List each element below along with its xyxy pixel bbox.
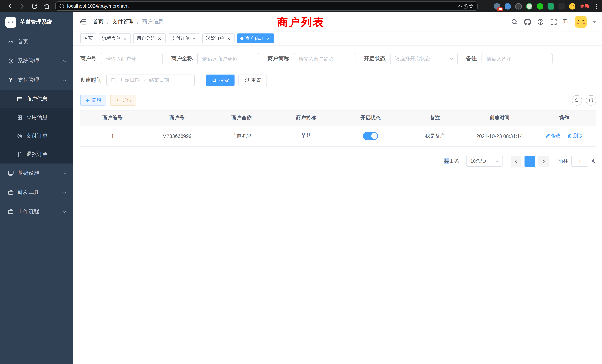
breadcrumb-separator: / (107, 19, 109, 25)
sidebar-item-infra[interactable]: 基础设施 (0, 163, 73, 183)
close-icon[interactable]: × (157, 36, 162, 41)
export-button[interactable]: 导出 (110, 95, 136, 106)
prev-page-button[interactable] (511, 156, 521, 167)
share-icon[interactable] (463, 3, 468, 9)
chevron-down-icon (63, 59, 67, 63)
url-text[interactable]: localhost:1024/pay/merchant (67, 3, 458, 9)
merchant-table: 商户编号 商户号 商户全称 商户简称 开启状态 备注 创建时间 操作 1 (80, 110, 596, 147)
close-icon[interactable]: × (266, 36, 271, 41)
tab-user-group[interactable]: 用户分组× (133, 33, 165, 43)
sidebar-item-system[interactable]: 系统管理 (0, 52, 73, 71)
sidebar-item-pay-order[interactable]: 支付订单 (0, 127, 73, 145)
browser-profile-avatar[interactable] (569, 3, 576, 10)
sidebar-item-app-info[interactable]: 应用信息 (0, 108, 73, 127)
key-icon[interactable] (458, 3, 463, 9)
next-page-button[interactable] (538, 156, 549, 167)
main: 首页 / 支付管理 / 商户信息 商户列表 TT (73, 12, 602, 364)
breadcrumb: 首页 / 支付管理 / 商户信息 (93, 18, 163, 25)
sidebar-item-refund-order[interactable]: 退款订单 (0, 145, 73, 163)
tab-pay-order[interactable]: 支付订单× (168, 33, 200, 43)
tab-refund-order[interactable]: 退款订单× (202, 33, 235, 43)
avatar[interactable] (575, 16, 587, 28)
cell-id: 1 (80, 125, 145, 146)
reset-button[interactable]: 重置 (238, 75, 267, 86)
page-size-select[interactable]: 10条/页 (466, 156, 503, 167)
show-search-icon[interactable] (572, 95, 582, 106)
hamburger-icon[interactable] (79, 18, 87, 26)
date-range-picker[interactable]: 开始日期 - 结束日期 (106, 75, 195, 86)
cell-short-name: 芋艿 (274, 125, 338, 146)
short-name-input[interactable] (294, 53, 356, 64)
refresh-icon[interactable] (586, 95, 596, 106)
back-icon[interactable] (7, 3, 13, 10)
font-size-icon[interactable]: TT (563, 18, 569, 26)
cell-remark: 我是备注 (403, 125, 467, 146)
chevron-down-icon (63, 190, 67, 194)
sidebar-item-home[interactable]: 首页 (0, 32, 73, 52)
table-toolbar: 新增 导出 (80, 95, 596, 106)
reload-icon[interactable] (31, 3, 38, 10)
annotation-merchant-list: 商户列表 (277, 15, 325, 30)
extension-icon[interactable]: 10 (494, 3, 500, 10)
help-icon[interactable] (537, 18, 544, 25)
close-icon[interactable]: × (122, 36, 128, 41)
search-button[interactable]: 搜索 (206, 75, 235, 86)
extension-icon[interactable] (515, 3, 522, 10)
field-merchant-no: 商户号 (80, 53, 163, 64)
fullscreen-icon[interactable] (550, 18, 557, 25)
yen-icon: ¥ (8, 77, 14, 83)
extension-icon[interactable] (548, 3, 554, 10)
active-dot (240, 37, 244, 40)
status-toggle[interactable] (363, 132, 378, 140)
forward-icon[interactable] (19, 3, 26, 10)
delete-button[interactable]: 删除 (568, 132, 582, 139)
logo-row[interactable]: 芋道管理系统 (0, 12, 73, 32)
search-icon[interactable] (511, 18, 518, 25)
add-button[interactable]: 新增 (80, 95, 106, 106)
browser-chrome: localhost:1024/pay/merchant 10 更新 ⋮ (0, 0, 602, 12)
field-remark: 备注 (466, 53, 552, 64)
screen: localhost:1024/pay/merchant 10 更新 ⋮ 芋道管理… (0, 0, 602, 364)
info-icon[interactable] (59, 3, 64, 9)
edit-button[interactable]: 修改 (546, 132, 561, 139)
sidebar-item-pay[interactable]: ¥ 支付管理 (0, 71, 73, 90)
url-bar[interactable]: localhost:1024/pay/merchant (55, 1, 478, 11)
cell-status (338, 125, 403, 146)
tab-merchant-info[interactable]: 商户信息× (237, 33, 274, 43)
merchant-no-input[interactable] (101, 53, 163, 64)
tab-home[interactable]: 首页 (80, 33, 96, 43)
pagination-total: 共1 条 (444, 158, 459, 165)
github-icon[interactable] (524, 18, 531, 25)
dashboard-icon (8, 39, 14, 45)
status-select[interactable]: 请选择开启状态 (390, 53, 458, 64)
bookmark-star-icon[interactable] (468, 3, 474, 9)
chevron-down-icon (495, 159, 499, 164)
extension-icon[interactable] (505, 3, 511, 10)
sidebar-item-devtools[interactable]: 研发工具 (0, 183, 73, 202)
table-tools (572, 95, 596, 106)
briefcase-icon (8, 208, 14, 215)
page-number-1[interactable]: 1 (525, 156, 535, 167)
sidebar: 芋道管理系统 首页 系统管理 ¥ 支付管理 商户信息 (0, 12, 73, 364)
caret-down-icon[interactable] (593, 21, 596, 23)
goto-page-input[interactable] (571, 156, 588, 167)
extension-icon[interactable] (558, 3, 565, 10)
browser-menu-icon[interactable]: ⋮ (593, 3, 597, 10)
breadcrumb-home[interactable]: 首页 (93, 18, 104, 25)
pagination-goto: 前往 页 (558, 156, 596, 167)
sidebar-item-merchant-info[interactable]: 商户信息 (0, 90, 73, 108)
extension-icon[interactable] (537, 3, 543, 10)
tab-process-form[interactable]: 流程表单× (99, 33, 131, 43)
home-icon[interactable] (43, 3, 50, 10)
full-name-input[interactable] (197, 53, 259, 64)
pagination: 共1 条 10条/页 1 前往 页 (80, 156, 596, 167)
extension-icon[interactable] (526, 3, 533, 10)
breadcrumb-current: 商户信息 (142, 18, 163, 25)
close-icon[interactable]: × (226, 36, 231, 41)
breadcrumb-pay[interactable]: 支付管理 (112, 18, 134, 25)
remark-input[interactable] (482, 53, 552, 64)
sidebar-item-workflow[interactable]: 工作流程 (0, 202, 73, 221)
table-header-row: 商户编号 商户号 商户全称 商户简称 开启状态 备注 创建时间 操作 (80, 110, 596, 126)
close-icon[interactable]: × (192, 36, 197, 41)
browser-update-button[interactable]: 更新 (580, 3, 589, 10)
